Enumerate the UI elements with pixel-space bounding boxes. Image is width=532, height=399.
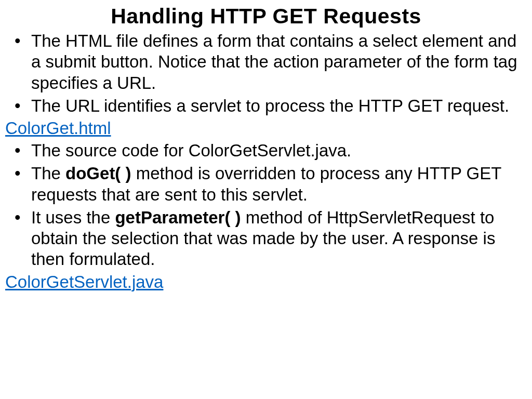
list-item: The HTML file defines a form that contai… (5, 31, 527, 94)
text-fragment: It uses the (31, 208, 115, 227)
bold-method-getparameter: getParameter( ) (115, 208, 241, 227)
list-item: The doGet( ) method is overridden to pro… (5, 163, 527, 205)
link-colorgetservlet-java[interactable]: ColorGetServlet.java (5, 272, 527, 292)
text-fragment: The (31, 164, 65, 183)
bold-method-doget: doGet( ) (65, 164, 131, 183)
list-item: The source code for ColorGetServlet.java… (5, 140, 527, 161)
list-item: The URL identifies a servlet to process … (5, 96, 527, 116)
link-colorget-html[interactable]: ColorGet.html (5, 118, 527, 138)
list-item: It uses the getParameter( ) method of Ht… (5, 207, 527, 270)
bullet-list-top: The HTML file defines a form that contai… (5, 31, 527, 116)
bullet-list-bottom: The source code for ColorGetServlet.java… (5, 140, 527, 270)
slide: Handling HTTP GET Requests The HTML file… (0, 0, 532, 399)
page-title: Handling HTTP GET Requests (5, 4, 527, 29)
